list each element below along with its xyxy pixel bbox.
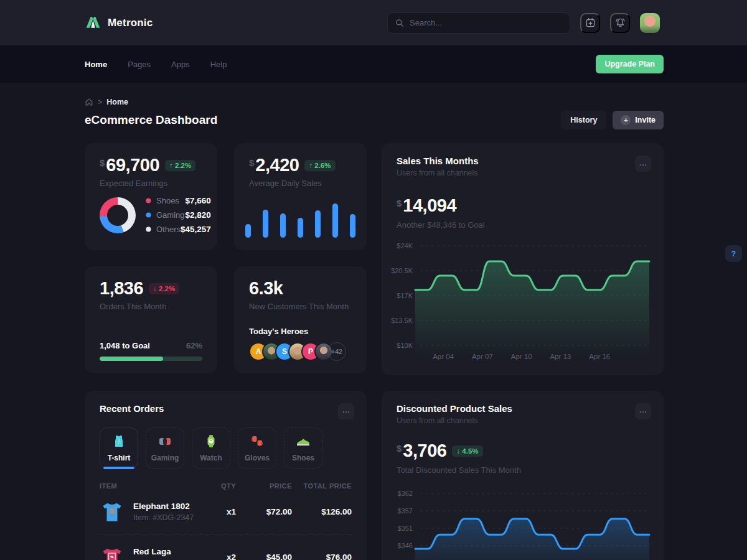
earnings-value-row: $ 69,700 ↑ 2.2% — [100, 156, 202, 175]
discounted-title: Discounted Product Sales — [397, 403, 649, 414]
svg-text:$357: $357 — [398, 507, 413, 515]
currency-prefix: $ — [397, 198, 402, 208]
header-item: ITEM — [100, 482, 204, 490]
expected-earnings-card: $ 69,700 ↑ 2.2% Expected Earnings Shoes … — [85, 143, 217, 250]
legend-value: $2,820 — [186, 210, 211, 220]
calendar-plus-icon — [585, 17, 596, 28]
sales-goal-text: Another $48,346 to Goal — [397, 220, 649, 230]
tab-gaming[interactable]: Gaming — [146, 427, 184, 469]
discounted-line-chart: $362$357$351$346$340 — [387, 485, 654, 560]
watch-icon — [203, 433, 219, 449]
breadcrumb-separator: > — [98, 98, 102, 106]
help-button[interactable]: ? — [725, 245, 742, 262]
hero-avatar-more[interactable]: +42 — [327, 342, 346, 361]
tab-gloves[interactable]: Gloves — [238, 427, 276, 469]
svg-text:$24K: $24K — [397, 242, 413, 250]
qty-cell: x2 — [204, 553, 236, 560]
customers-label: New Customers This Month — [249, 302, 352, 311]
discounted-label: Total Discounted Sales This Month — [397, 465, 649, 475]
legend-row-shoes: Shoes $7,660 — [146, 194, 211, 208]
currency-prefix: $ — [249, 157, 254, 168]
recent-orders-title: Recent Orders — [100, 403, 352, 414]
tab-label: Gaming — [151, 454, 179, 462]
sales-value-row: $ 14,094 — [397, 196, 649, 216]
discounted-subtitle: Users from all channels — [397, 416, 649, 425]
shoe-icon — [295, 433, 311, 449]
discounted-value-row: $ 3,706 ↓ 4.5% — [397, 441, 649, 461]
sales-line-chart: $24K$20.5K$17K$13.5K$10KApr 04Apr 07Apr … — [387, 240, 654, 363]
svg-text:$13.5K: $13.5K — [391, 317, 413, 324]
legend-dot-others — [146, 226, 151, 232]
item-text: Elephant 1802 Item: #XDG-2347 — [133, 502, 194, 522]
nav-item-apps[interactable]: Apps — [171, 60, 190, 69]
daily-sales-value: 2,420 — [255, 156, 299, 175]
item-name: Red Laga — [133, 547, 194, 556]
daily-sales-label: Average Daily Sales — [249, 179, 352, 188]
header-qty: QTY — [204, 482, 236, 490]
legend-name: Gaming — [156, 210, 185, 220]
total-cell: $76.00 — [292, 553, 352, 560]
invite-button[interactable]: + Invite — [613, 111, 664, 129]
earnings-label: Expected Earnings — [100, 179, 202, 188]
svg-text:$351: $351 — [398, 525, 413, 532]
recent-orders-card: Recent Orders ... T-shirt — [85, 391, 367, 560]
product-tshirt-icon — [100, 544, 125, 560]
item-cell: Elephant 1802 Item: #XDG-2347 — [100, 499, 204, 525]
more-options-icon[interactable]: ... — [635, 403, 651, 419]
tab-tshirt[interactable]: T-shirt — [100, 427, 138, 469]
breadcrumb-home[interactable]: Home — [106, 98, 128, 106]
nav-item-home[interactable]: Home — [85, 60, 107, 69]
legend-dot-shoes — [146, 198, 151, 203]
legend-dot-gaming — [146, 212, 151, 218]
item-id: Item: #XDG-2347 — [133, 513, 194, 522]
topbar: Metronic Search... — [0, 0, 747, 45]
page-actions: History + Invite — [561, 111, 664, 129]
earnings-legend: Shoes $7,660 Gaming $2,820 Others $45,25… — [146, 194, 211, 236]
orders-table: ITEM QTY PRICE TOTAL PRICE Elephant 1802… — [100, 482, 352, 560]
table-row[interactable]: Red Laga Item: #XDG-1321 x2 $45.00 $76.0… — [100, 535, 352, 560]
svg-text:$346: $346 — [398, 542, 413, 549]
legend-row-gaming: Gaming $2,820 — [146, 208, 211, 222]
svg-text:$10K: $10K — [397, 342, 413, 349]
nav-item-help[interactable]: Help — [210, 60, 227, 69]
average-daily-sales-card: $ 2,420 ↑ 2.6% Average Daily Sales — [234, 143, 367, 250]
bell-icon — [615, 17, 626, 28]
sales-card-subtitle: Users from all channels — [397, 169, 649, 177]
history-button[interactable]: History — [561, 111, 606, 129]
header-total-price: TOTAL PRICE — [292, 482, 352, 490]
orders-progress-bar — [100, 357, 202, 361]
notifications-button[interactable] — [610, 13, 630, 33]
orders-label: Orders This Month — [100, 302, 202, 311]
category-tabs: T-shirt Gaming — [100, 427, 352, 469]
legend-name: Others — [156, 225, 181, 234]
nav-item-pages[interactable]: Pages — [128, 60, 151, 69]
tab-watch[interactable]: Watch — [192, 427, 230, 469]
tab-label: Gloves — [245, 454, 270, 462]
metronic-logo-icon — [85, 14, 101, 31]
customers-value-row: 6.3k — [249, 279, 352, 299]
dashboard-grid: $ 69,700 ↑ 2.2% Expected Earnings Shoes … — [85, 143, 664, 560]
tab-shoes[interactable]: Shoes — [284, 427, 322, 469]
more-options-icon[interactable]: ... — [338, 403, 354, 419]
svg-text:$362: $362 — [398, 490, 413, 497]
legend-name: Shoes — [156, 196, 179, 205]
earnings-delta-badge: ↑ 2.2% — [165, 160, 195, 171]
item-cell: Red Laga Item: #XDG-1321 — [100, 544, 204, 560]
search-input[interactable]: Search... — [387, 12, 570, 34]
upgrade-plan-button[interactable]: Upgrade Plan — [596, 55, 664, 73]
plus-icon: + — [621, 115, 631, 125]
add-event-button[interactable] — [580, 13, 600, 33]
search-placeholder: Search... — [410, 18, 442, 27]
search-icon — [395, 19, 404, 27]
brand-logo[interactable]: Metronic — [85, 14, 153, 31]
new-customers-card: 6.3k New Customers This Month Today's He… — [234, 266, 367, 373]
header-price: PRICE — [236, 482, 292, 490]
topbar-actions: Search... — [387, 12, 660, 34]
orders-goal-label: 1,048 to Goal — [100, 341, 150, 350]
table-row[interactable]: Elephant 1802 Item: #XDG-2347 x1 $72.00 … — [100, 490, 352, 535]
home-icon[interactable] — [85, 98, 93, 106]
more-options-icon[interactable]: ... — [635, 156, 651, 172]
discounted-value: 3,706 — [403, 441, 446, 461]
user-avatar[interactable] — [640, 13, 660, 33]
customers-value: 6.3k — [249, 279, 283, 299]
